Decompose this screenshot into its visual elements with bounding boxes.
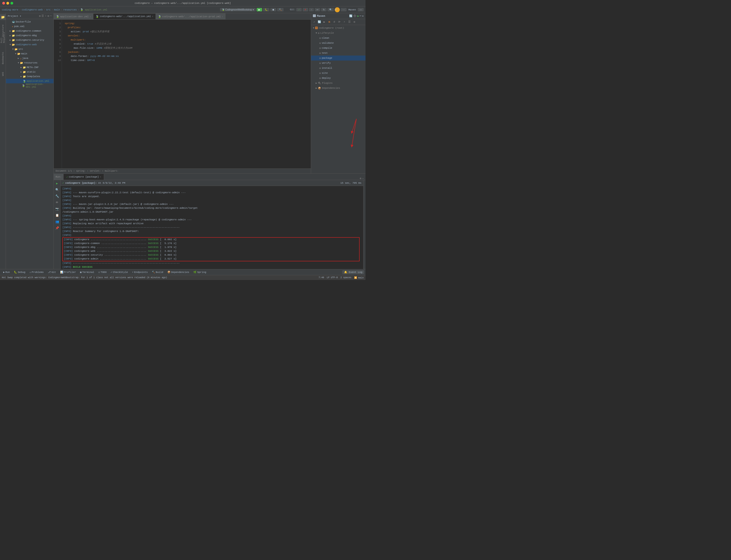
problems-toolbar-btn[interactable]: ⚠ Problems (28, 270, 45, 274)
terminal-toolbar-btn[interactable]: ▣ Terminal (78, 270, 96, 274)
tab-application-prod[interactable]: 🍃 codingmore-web/.../application-prod.ym… (156, 13, 225, 19)
search-button[interactable]: 🔍 (327, 8, 334, 11)
run-settings-icon[interactable]: ⚙ (360, 177, 361, 180)
git-cross[interactable]: ✗ (303, 8, 308, 11)
stop-button[interactable]: ⏹ (270, 8, 276, 11)
maven-toolbar-icon-gear[interactable]: ⚙ (352, 20, 356, 24)
breadcrumb-resources[interactable]: resources (63, 8, 77, 11)
breadcrumb-codingmore-web[interactable]: codingmore-web (22, 8, 43, 11)
tree-item-security[interactable]: ▶ 📁 codingmore-security (6, 38, 53, 42)
console-output[interactable]: [INFO] [INFO] --- maven-surefire-plugin:… (61, 186, 363, 269)
tree-item-application-dev-yml[interactable]: 🍃 application-dev.yml (6, 83, 53, 88)
tree-item-static[interactable]: ▶ 📁 static (6, 70, 53, 74)
maven-refresh-icon[interactable]: 🔄 (349, 14, 352, 18)
maven-item-verify[interactable]: ⚙ verify (311, 61, 366, 66)
maven-toolbar-icon-loop[interactable]: ⟳ (337, 20, 341, 24)
tab-close-yml[interactable]: ✕ (152, 15, 153, 18)
debug-button[interactable]: 🐛 (263, 8, 269, 11)
tree-item-java[interactable]: ▶ ☕ java (6, 56, 53, 61)
tree-item-dockerfile[interactable]: 🐳 Dockerfile (6, 20, 53, 24)
undo-button[interactable]: ↩ (315, 8, 320, 11)
maven-toolbar-icon-2[interactable]: 🔄 (317, 20, 321, 24)
code-content[interactable]: spring: profiles: active: prod #默认为开发环境 … (62, 20, 311, 168)
todo-toolbar-btn[interactable]: ☑ TODO (97, 270, 108, 274)
run-eye-icon[interactable]: 👁 (55, 200, 60, 205)
maven-toolbar-icon-3[interactable]: ▶ (322, 20, 326, 24)
tab-application-yml[interactable]: 🍃 codingmore-web/.../application.yml ✕ (93, 13, 155, 19)
tree-item-common[interactable]: ▶ 📁 codingmore-common (6, 29, 53, 33)
run-play-icon[interactable]: ▶ (55, 181, 60, 186)
tree-item-pom[interactable]: ✦ pom.xml (6, 24, 53, 29)
maven-dependencies-section[interactable]: ▶ 📦 Dependencies (311, 86, 366, 91)
dependencies-toolbar-btn[interactable]: 📦 Dependencies (165, 270, 191, 274)
git-checkmark[interactable]: ✓ (296, 8, 302, 11)
panel-sort-icon[interactable]: ↕ (45, 14, 46, 18)
maven-item-site[interactable]: ⚙ site (311, 71, 366, 76)
pull-requests-icon[interactable]: Pull Requests (0, 35, 6, 41)
minimize-button[interactable] (6, 2, 9, 5)
maven-root-item[interactable]: ▼ 🅼 codingmore (root) (311, 25, 366, 31)
tree-item-src[interactable]: ▼ 📂 src (6, 47, 53, 51)
tab-close-dev[interactable]: ✕ (89, 15, 91, 18)
debug-toolbar-btn[interactable]: 🐛 Debug (12, 270, 27, 274)
build-button[interactable]: 🔨 (277, 8, 283, 11)
project-icon[interactable]: 📁 (0, 14, 6, 20)
tab-close-prod[interactable]: ✕ (221, 15, 223, 18)
breadcrumb-main[interactable]: main (54, 8, 60, 11)
run-config-dropdown[interactable]: 🍃 CodingmoreWebBootstrap ▾ (220, 8, 256, 11)
maven-add-icon[interactable]: ➕ (353, 14, 356, 18)
panel-gear-icon[interactable]: ⚙ (48, 14, 49, 18)
close-button[interactable] (2, 2, 5, 5)
maven-toolbar-icon-split[interactable]: ⚡ (342, 20, 346, 24)
panel-minimize-icon[interactable]: — (50, 14, 52, 18)
tree-item-resources[interactable]: ▼ 📂 resources (6, 61, 53, 65)
run-camera-icon[interactable]: 📷 (55, 206, 60, 211)
tab-application-dev[interactable]: 🍃 application-dev.yml ✕ (54, 13, 93, 19)
breadcrumb-src[interactable]: src (46, 8, 51, 11)
tree-item-templates[interactable]: ▶ 📁 templates (6, 74, 53, 79)
maven-toolbar-icon-m[interactable]: m (327, 20, 331, 24)
checkstyle-toolbar-btn[interactable]: ✓ CheckStyle (109, 270, 130, 274)
breadcrumb-coding-more[interactable]: coding-more (2, 8, 18, 11)
build-toolbar-btn[interactable]: 🔨 Build (150, 270, 165, 274)
maven-item-compile[interactable]: ⚙ compile (311, 46, 366, 51)
endpoints-toolbar-btn[interactable]: ⚡ Endpoints (130, 270, 150, 274)
bookmarks-icon[interactable]: Bookmarks (0, 55, 6, 61)
maven-toolbar-icon-1[interactable]: ✓ (312, 20, 316, 24)
tree-item-main[interactable]: ▼ 📂 main (6, 51, 53, 56)
maven-toolbar-icon-lines[interactable]: ☰ (347, 20, 351, 24)
maven-lifecycle-section[interactable]: ▼ ⚙ Lifecycle (311, 31, 366, 36)
git-toolbar-btn[interactable]: ⎇ Git (46, 270, 58, 274)
maven-item-install[interactable]: ⚙ install (311, 66, 366, 71)
tree-item-mbg[interactable]: ▶ 📁 codingmore-mbg (6, 33, 53, 38)
user-button[interactable]: M (335, 7, 340, 12)
run-search-icon[interactable]: 🔍 (55, 187, 60, 192)
event-log-btn[interactable]: 🔔 Event Log (342, 270, 364, 274)
maven-toolbar-icon-hash[interactable]: # (332, 20, 336, 24)
tree-item-application-yml[interactable]: 🍃 application.yml (6, 79, 53, 83)
maven-item-deploy[interactable]: ⚙ deploy (311, 76, 366, 81)
maven-close-icon[interactable]: ✕ (362, 14, 364, 18)
more-button[interactable]: ⋯ (341, 8, 346, 11)
git-push[interactable]: ↑ (309, 8, 314, 11)
run-close-icon[interactable]: — (362, 177, 364, 180)
run-tab-package[interactable]: ✓ codingmore [package] ✕ (64, 174, 104, 180)
spring-toolbar-btn[interactable]: 🌿 Spring (191, 270, 208, 274)
maven-item-test[interactable]: ⚙ test (311, 51, 366, 56)
profiler-toolbar-btn[interactable]: 📊 Profiler (58, 270, 78, 274)
maven-item-package[interactable]: ⚙ package (311, 56, 366, 61)
run-copy-icon[interactable]: 📋 (55, 213, 60, 218)
run-wrench-icon[interactable]: 🔧 (55, 194, 60, 199)
panel-settings-icon[interactable]: ⚙ (39, 14, 41, 18)
tree-item-meta-inf[interactable]: ▶ 📁 META-INF (6, 65, 53, 70)
web-icon[interactable]: Web (0, 71, 6, 77)
maven-minimize-icon[interactable]: — (360, 14, 361, 18)
panel-layout-icon[interactable]: ☰ (41, 14, 44, 18)
maven-item-clean[interactable]: ⚙ clean (311, 36, 366, 41)
run-tab-close[interactable]: ✕ (100, 176, 101, 178)
run-toolbar-btn[interactable]: ▶ Run (1, 270, 12, 274)
redo-button[interactable]: ↻ (321, 8, 326, 11)
minimize-panel-button[interactable]: — (358, 8, 364, 11)
console-scroll[interactable] (363, 180, 366, 269)
maven-run-icon[interactable]: ▶ (357, 14, 359, 18)
